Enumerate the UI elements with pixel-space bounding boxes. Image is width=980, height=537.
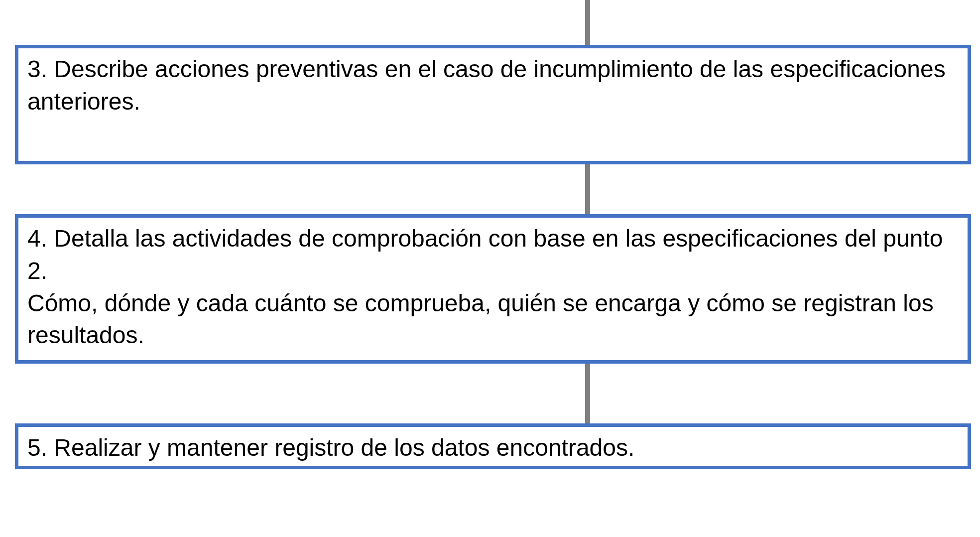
connector-line-mid1: [585, 164, 590, 214]
flowchart-box-5: 5. Realizar y mantener registro de los d…: [15, 423, 971, 469]
box-4-line1: 4. Detalla las actividades de comprobaci…: [27, 223, 959, 287]
connector-line-top: [585, 0, 590, 45]
flowchart-box-4: 4. Detalla las actividades de comprobaci…: [15, 214, 971, 364]
connector-line-mid2: [585, 364, 590, 423]
box-3-text: 3. Describe acciones preventivas en el c…: [27, 53, 959, 118]
box-5-text: 5. Realizar y mantener registro de los d…: [27, 432, 959, 464]
box-4-line2: Cómo, dónde y cada cuánto se comprueba, …: [27, 287, 959, 352]
flowchart-box-3: 3. Describe acciones preventivas en el c…: [15, 45, 971, 164]
